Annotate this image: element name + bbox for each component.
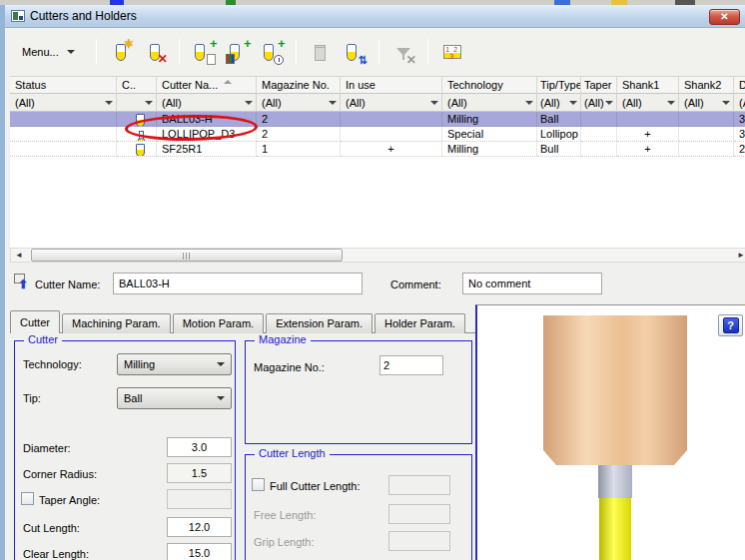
filter-label: (All) <box>447 97 467 109</box>
magazine-no-input[interactable] <box>379 355 443 375</box>
page-icon <box>207 54 216 65</box>
tab-motion-param[interactable]: Motion Param. <box>173 313 265 333</box>
tool-shaft-graphic <box>599 498 631 560</box>
table-row-sf25r1[interactable]: SF25R1 1 + Milling Bull + 25.0 <box>10 142 745 157</box>
update-cutter-button[interactable]: ⇅ <box>341 38 369 66</box>
cell-dia: 3.00 <box>734 127 745 142</box>
column-header-taper[interactable]: Taper <box>581 77 617 94</box>
add-cutter-page-button[interactable]: + <box>190 38 218 66</box>
question-mark-icon: ? <box>723 317 739 333</box>
cell-icon <box>117 112 157 127</box>
filter-dia[interactable]: (All) <box>734 94 745 112</box>
filter-c[interactable] <box>117 94 157 112</box>
filter-magazine[interactable]: (All) <box>257 94 341 112</box>
column-header-magazine[interactable]: Magazine No. <box>257 77 341 94</box>
toolbar: Menu... ✶ ✕ + + <box>5 28 745 76</box>
cell-in-use <box>341 112 442 127</box>
cutter-name-input[interactable] <box>113 273 363 294</box>
cutter-preview-panel: ? <box>475 304 745 560</box>
menu-button[interactable]: Menu... <box>14 42 83 62</box>
column-header-c[interactable]: C.. <box>117 77 157 94</box>
chevron-down-icon <box>145 101 153 105</box>
scrollbar-thumb[interactable] <box>31 249 343 262</box>
filter-label: (All) <box>739 97 745 109</box>
up-down-arrows-icon: ⇅ <box>358 55 367 66</box>
technology-combobox[interactable]: Milling <box>117 353 232 375</box>
free-length-label: Free Length: <box>254 509 316 521</box>
add-cutter-time-button[interactable]: + <box>258 38 286 66</box>
cell-technology: Milling <box>442 142 537 157</box>
chevron-down-icon <box>667 101 675 105</box>
tool-shank-graphic <box>598 465 632 498</box>
column-header-in-use[interactable]: In use <box>341 77 442 94</box>
cutters-and-holders-dialog: Cutters and Holders ✕ Menu... ✶ ✕ + <box>0 0 745 560</box>
column-header-status[interactable]: Status <box>10 77 117 94</box>
diameter-label: Diameter: <box>23 442 71 454</box>
column-header-tip-type[interactable]: Tip/Type <box>537 77 581 94</box>
filter-technology[interactable]: (All) <box>442 94 537 112</box>
cell-taper <box>581 142 617 157</box>
filter-status[interactable]: (All) <box>10 94 117 112</box>
filter-taper[interactable]: (All) <box>581 94 617 112</box>
full-cutter-length-checkbox[interactable] <box>252 478 265 491</box>
cut-length-input[interactable] <box>167 517 232 537</box>
bull-tool-icon <box>136 144 145 157</box>
column-header-technology[interactable]: Technology <box>442 77 537 94</box>
delete-cutter-button[interactable]: ✕ <box>141 38 169 66</box>
cell-tip-type: Ball <box>537 112 581 127</box>
cutter-length-group-title: Cutter Length <box>255 447 330 459</box>
filter-in-use[interactable]: (All) <box>341 94 442 112</box>
horizontal-scrollbar[interactable]: ◄ ► <box>10 248 745 263</box>
plus-icon: + <box>278 37 286 50</box>
column-header-cutter-name[interactable]: Cutter Na... <box>157 77 257 94</box>
tab-cutter[interactable]: Cutter <box>10 310 60 333</box>
chevron-down-icon <box>105 101 113 105</box>
cell-status <box>10 142 117 157</box>
menu-button-label: Menu... <box>22 46 59 58</box>
comment-input[interactable] <box>462 273 602 294</box>
cell-shank1: + <box>617 142 679 157</box>
column-header-shank1[interactable]: Shank1 <box>617 77 679 94</box>
filter-tip-type[interactable]: (All) <box>537 94 581 112</box>
cell-cutter-name: SF25R1 <box>157 142 257 157</box>
tab-holder-param[interactable]: Holder Param. <box>374 313 465 333</box>
toolbar-separator <box>378 39 379 65</box>
cell-cutter-name: LOLLIPOP_D3 <box>157 127 257 142</box>
cell-shank2 <box>679 127 734 142</box>
table-row-ball03h[interactable]: BALL03-H 2 Milling Ball 3.00 <box>10 112 745 127</box>
diameter-input[interactable] <box>167 437 232 457</box>
cutter-length-group: Cutter Length Full Cutter Length: Free L… <box>245 454 472 560</box>
filter-label: (All) <box>162 97 182 109</box>
window-title: Cutters and Holders <box>30 9 137 23</box>
tab-extension-param[interactable]: Extension Param. <box>266 313 372 333</box>
magazine-no-label: Magazine No.: <box>254 361 325 373</box>
color-bars-icon <box>226 54 235 64</box>
cell-magazine: 1 <box>257 142 341 157</box>
cell-taper <box>581 127 617 142</box>
scroll-right-arrow[interactable]: ► <box>733 250 745 261</box>
taper-angle-checkbox[interactable] <box>21 492 34 505</box>
column-header-shank2[interactable]: Shank2 <box>679 77 734 94</box>
add-cutter-colors-button[interactable]: + <box>224 38 252 66</box>
toolbar-separator <box>296 39 297 65</box>
chevron-down-icon <box>329 101 337 105</box>
filter-cutter-name[interactable]: (All) <box>157 94 257 112</box>
table-row-lollipop[interactable]: LOLLIPOP_D3 2 Special Lollipop + 3.00 <box>10 127 745 142</box>
rename-icon: ⬆ <box>14 274 30 289</box>
close-button[interactable]: ✕ <box>709 9 740 25</box>
tool-holder-graphic <box>543 315 687 465</box>
filter-shank1[interactable]: (All) <box>617 94 679 112</box>
column-header-dia[interactable]: Dia <box>734 77 745 94</box>
tab-machining-param[interactable]: Machining Param. <box>62 313 171 333</box>
filter-shank2[interactable]: (All) <box>679 94 734 112</box>
clear-length-input[interactable] <box>167 543 232 560</box>
tip-combobox[interactable]: Ball <box>117 387 232 409</box>
app-icon <box>11 10 25 22</box>
chevron-down-icon <box>217 396 225 400</box>
new-cutter-button[interactable]: ✶ <box>107 38 135 66</box>
corner-radius-input[interactable] <box>167 463 232 483</box>
cutter-table: Status C.. Cutter Na... Magazine No. In … <box>10 76 745 248</box>
measure-units-button[interactable]: 1 2 3 <box>438 38 466 66</box>
help-button[interactable]: ? <box>718 314 743 336</box>
scroll-left-arrow[interactable]: ◄ <box>11 250 27 261</box>
